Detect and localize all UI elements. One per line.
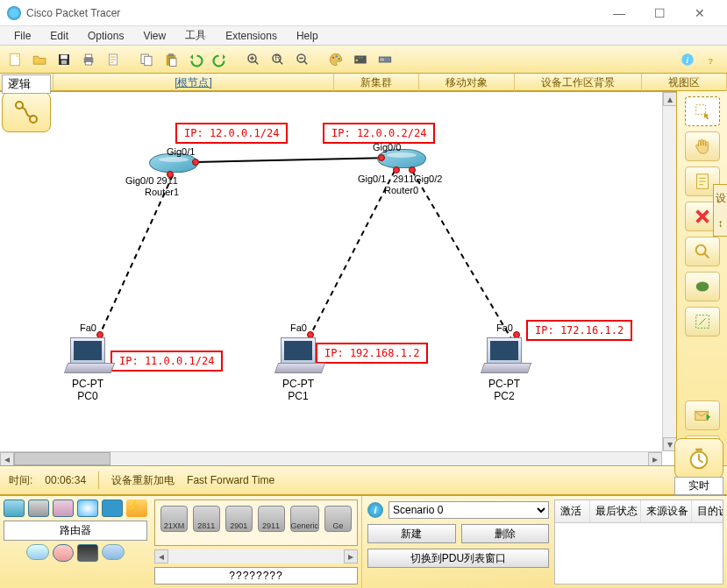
fast-forward-button[interactable]: Fast Forward Time (187, 474, 274, 486)
new-button[interactable] (4, 48, 26, 71)
toggle-pdu-list-button[interactable]: 切换到PDU列表窗口 (367, 549, 549, 568)
category-cloud-icon[interactable] (102, 544, 125, 560)
undo-button[interactable] (184, 48, 207, 71)
scroll-right-arrow[interactable]: ▸ (344, 549, 358, 563)
zoom-out-button[interactable] (291, 48, 314, 71)
workspace-horizontal-scrollbar[interactable]: ◂ ▸ (0, 451, 662, 465)
svg-rect-46 (695, 449, 702, 451)
select-tool[interactable] (685, 96, 720, 126)
category-connections-icon[interactable] (102, 499, 123, 517)
root-node-link[interactable]: [根节点] (53, 74, 334, 91)
scroll-track[interactable] (168, 549, 344, 563)
hand-tool[interactable] (685, 131, 720, 161)
new-cluster-button[interactable]: 新集群 (334, 74, 419, 91)
palette-button[interactable] (324, 48, 347, 71)
model-chip[interactable]: 2811 (193, 506, 220, 532)
scroll-left-arrow[interactable]: ◂ (0, 452, 14, 466)
menu-file[interactable]: File (5, 28, 39, 44)
move-object-button[interactable]: 移动对象 (419, 74, 515, 91)
pdu-col-src[interactable]: 来源设备 (641, 500, 692, 522)
scroll-right-arrow[interactable]: ▸ (648, 452, 662, 466)
svg-text:R: R (274, 53, 281, 61)
device-dialog-button[interactable] (349, 48, 372, 71)
custom-device-button[interactable] (374, 48, 396, 71)
annotation-ip-pc0[interactable]: IP: 11.0.0.1/24 (110, 351, 223, 372)
svg-rect-5 (85, 54, 92, 58)
wizard-button[interactable] (102, 48, 125, 71)
menu-tools[interactable]: 工具 (176, 26, 215, 45)
scenario-info-icon[interactable]: i (367, 502, 383, 518)
model-scrollbar[interactable]: ◂ ▸ (154, 549, 358, 563)
category-end-devices-icon[interactable]: ⚡ (126, 499, 147, 517)
menu-view[interactable]: View (134, 28, 175, 44)
print-button[interactable] (77, 48, 100, 71)
scroll-track[interactable] (14, 452, 648, 465)
maximize-button[interactable]: ☐ (639, 0, 680, 26)
copy-button[interactable] (135, 48, 158, 71)
model-chip[interactable]: Ge (324, 506, 352, 532)
pdu-col-fire[interactable]: 激活 (555, 500, 590, 522)
category-wan-icon[interactable] (26, 544, 49, 560)
redo-button[interactable] (209, 48, 232, 71)
menu-help[interactable]: Help (288, 28, 327, 44)
inspect-tool[interactable] (685, 237, 720, 266)
scroll-left-arrow[interactable]: ◂ (154, 549, 168, 563)
annotation-ip-router1-link[interactable]: IP: 12.0.0.1/24 (175, 123, 288, 144)
device-bg-button[interactable]: 设备工作区背景 (515, 74, 642, 91)
annotation-ip-pc2[interactable]: IP: 172.16.1.2 (526, 320, 632, 341)
close-button[interactable]: ✕ (680, 0, 720, 26)
resize-tool[interactable] (685, 307, 720, 337)
minimize-button[interactable]: — (599, 0, 639, 26)
side-panel-collapsed[interactable]: 设↕ (713, 184, 727, 237)
draw-tool[interactable] (685, 272, 720, 301)
svg-rect-6 (85, 61, 92, 65)
category-routers-icon[interactable] (4, 499, 25, 517)
svg-rect-2 (61, 54, 68, 59)
scenario-new-button[interactable]: 新建 (367, 524, 456, 543)
device-pc1[interactable]: PC-PT PC1 (281, 337, 316, 403)
link-status-dot (192, 159, 199, 166)
pdu-col-dst[interactable]: 目的设备 (692, 500, 723, 522)
scroll-thumb[interactable] (14, 452, 110, 465)
zoom-in-button[interactable] (242, 48, 265, 71)
menu-edit[interactable]: Edit (41, 28, 77, 44)
help-button[interactable]: ? (701, 48, 723, 71)
model-chip[interactable]: 2911 (258, 506, 285, 532)
scenario-delete-button[interactable]: 删除 (461, 524, 550, 543)
menu-options[interactable]: Options (79, 28, 132, 44)
pdu-col-last[interactable]: 最后状态 (590, 500, 641, 522)
open-button[interactable] (28, 48, 51, 71)
device-pc0[interactable]: PC-PT PC0 (70, 337, 105, 403)
scroll-up-arrow[interactable]: ▴ (663, 92, 677, 106)
menu-extensions[interactable]: Extensions (217, 28, 286, 44)
device-pc2[interactable]: PC-PT PC2 (487, 337, 522, 403)
simple-pdu-tool[interactable] (685, 400, 720, 430)
save-button[interactable] (53, 48, 75, 71)
model-chip[interactable]: Generic (290, 506, 320, 532)
router0-model: 2911 (393, 174, 414, 184)
info-button[interactable]: i (676, 48, 699, 71)
annotation-ip-router0-link[interactable]: IP: 12.0.0.2/24 (323, 123, 435, 144)
workspace[interactable]: IP: 12.0.0.1/24 IP: 12.0.0.2/24 IP: 11.0… (0, 91, 727, 465)
zoom-reset-button[interactable]: R (267, 48, 289, 71)
window-title: Cisco Packet Tracer (26, 7, 599, 19)
viewport-button[interactable]: 视图区 (642, 74, 727, 91)
power-cycle-button[interactable]: 设备重新加电 (111, 473, 175, 488)
model-chip[interactable]: 21XM (160, 506, 188, 532)
scroll-track[interactable] (663, 106, 676, 437)
scenario-select[interactable]: Scenario 0 (388, 501, 549, 519)
annotation-ip-pc1[interactable]: IP: 192.168.1.2 (316, 343, 428, 364)
workspace-vertical-scrollbar[interactable]: ▴ ▾ (662, 92, 676, 451)
category-switches-icon[interactable] (28, 499, 49, 517)
realtime-label: 实时 (674, 477, 723, 495)
logical-physical-toggle[interactable]: 逻辑 (2, 74, 51, 132)
category-wireless-icon[interactable] (77, 499, 98, 517)
realtime-simulation-toggle[interactable]: 实时 (674, 438, 723, 495)
model-chip[interactable]: 2901 (225, 506, 253, 532)
category-multiuser-icon[interactable] (77, 544, 98, 562)
topology-canvas[interactable]: IP: 12.0.0.1/24 IP: 12.0.0.2/24 IP: 11.0… (0, 92, 662, 451)
category-custom-icon[interactable] (53, 544, 74, 562)
model-scroller[interactable]: 21XM 2811 2901 2911 Generic Ge (154, 499, 358, 546)
paste-button[interactable] (160, 48, 182, 71)
category-hubs-icon[interactable] (53, 499, 74, 517)
